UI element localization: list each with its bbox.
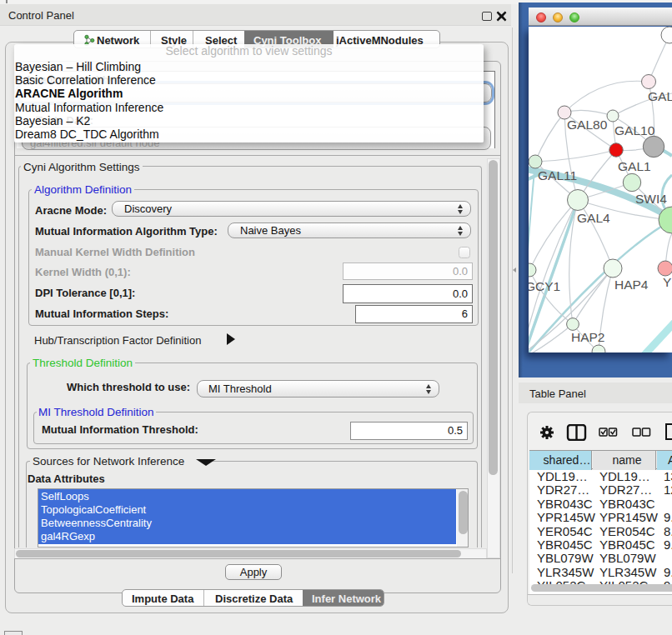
svg-text:GAL7: GAL7 <box>648 89 672 103</box>
svg-text:GAL1: GAL1 <box>618 159 651 173</box>
svg-text:GCY1: GCY1 <box>529 279 560 293</box>
svg-text:HAP4: HAP4 <box>614 278 649 292</box>
svg-text:SWI4: SWI4 <box>635 192 667 206</box>
svg-text:Y: Y <box>663 275 671 289</box>
svg-text:GAL4: GAL4 <box>577 211 610 225</box>
svg-text:HAP2: HAP2 <box>571 330 605 344</box>
svg-text:GAL10: GAL10 <box>614 123 655 138</box>
svg-text:GAL11: GAL11 <box>538 168 577 182</box>
svg-text:GAL80: GAL80 <box>567 118 608 132</box>
